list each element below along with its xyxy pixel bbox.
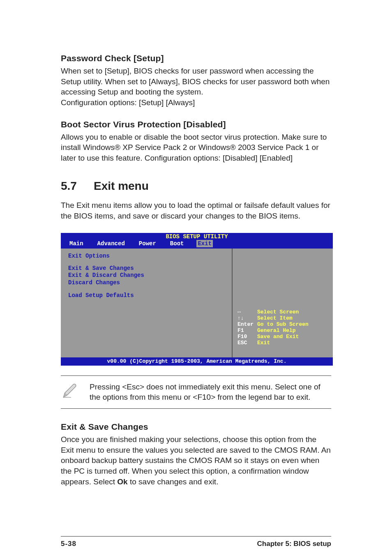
note-text: Pressing <Esc> does not immediately exit… bbox=[90, 382, 331, 403]
heading-boot-sector: Boot Sector Virus Protection [Disabled] bbox=[61, 120, 331, 129]
bios-tab-boot[interactable]: Boot bbox=[169, 240, 185, 247]
chapter-heading: 5.7Exit menu bbox=[61, 180, 331, 193]
bios-legend: ↔Select Screen ↑↓Select Item EnterGo to … bbox=[233, 249, 333, 357]
bios-section-heading: Exit Options bbox=[68, 253, 224, 259]
legend-label: Select Screen bbox=[257, 309, 299, 315]
bios-item-exit-discard[interactable]: Exit & Discard Changes bbox=[68, 272, 224, 279]
bios-tab-advanced[interactable]: Advanced bbox=[96, 240, 126, 247]
legend-label: General Help bbox=[257, 327, 296, 334]
body-exit-save: Once you are finished making your select… bbox=[61, 434, 331, 487]
bios-copyright: v00.00 (C)Copyright 1985-2003, American … bbox=[61, 357, 333, 366]
bios-tab-exit[interactable]: Exit bbox=[196, 240, 213, 247]
legend-label: Exit bbox=[257, 340, 270, 346]
chapter-label: Chapter 5: BIOS setup bbox=[257, 540, 331, 548]
legend-key: F10 bbox=[238, 334, 257, 340]
chapter-number: 5.7 bbox=[61, 180, 94, 193]
legend-key: ↔ bbox=[238, 309, 257, 315]
legend-key: Enter bbox=[238, 321, 257, 327]
body-password-check: When set to [Setup], BIOS checks for use… bbox=[61, 66, 331, 108]
chapter-intro: The Exit menu items allow you to load th… bbox=[61, 200, 331, 221]
pencil-icon bbox=[61, 382, 90, 401]
bios-tab-main[interactable]: Main bbox=[68, 240, 85, 247]
chapter-title: Exit menu bbox=[94, 180, 149, 192]
note-block: Pressing <Esc> does not immediately exit… bbox=[61, 375, 331, 409]
page-footer: 5-38 Chapter 5: BIOS setup bbox=[61, 536, 331, 548]
legend-key: F1 bbox=[238, 327, 257, 334]
bios-screenshot: BIOS SETUP UTILITY Main Advanced Power B… bbox=[61, 233, 333, 366]
legend-key: ESC bbox=[238, 340, 257, 346]
heading-password-check: Password Check [Setup] bbox=[61, 53, 331, 63]
legend-label: Save and Exit bbox=[257, 334, 299, 340]
legend-key: ↑↓ bbox=[238, 315, 257, 321]
heading-exit-save: Exit & Save Changes bbox=[61, 422, 331, 432]
bios-item-load-defaults[interactable]: Load Setup Defaults bbox=[68, 292, 224, 299]
bios-item-discard[interactable]: Discard Changes bbox=[68, 279, 224, 287]
legend-label: Go to Sub Screen bbox=[257, 321, 309, 327]
body-boot-sector: Allows you to enable or disable the boot… bbox=[61, 132, 331, 164]
bios-title: BIOS SETUP UTILITY bbox=[61, 233, 333, 240]
page-number: 5-38 bbox=[61, 540, 76, 548]
bios-item-exit-save[interactable]: Exit & Save Changes bbox=[68, 265, 224, 272]
legend-label: Select Item bbox=[257, 315, 293, 321]
body-exit-save-post: to save changes and exit. bbox=[128, 477, 219, 486]
body-exit-save-bold: Ok bbox=[117, 477, 127, 486]
bios-tab-power[interactable]: Power bbox=[138, 240, 157, 247]
bios-tabs: Main Advanced Power Boot Exit bbox=[61, 240, 333, 247]
